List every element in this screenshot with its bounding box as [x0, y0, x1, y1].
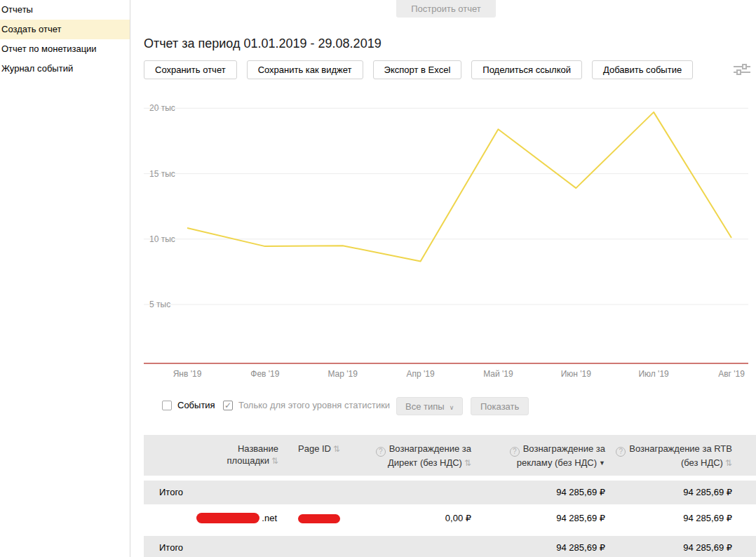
column-title: Page ID — [298, 443, 331, 454]
sliders-icon — [734, 64, 750, 75]
total-ads-value: 94 285,69 ₽ — [473, 487, 615, 497]
svg-text:15 тыс: 15 тыс — [149, 169, 175, 179]
save-widget-button[interactable]: Сохранить как виджет — [247, 60, 363, 79]
events-checkbox-label: События — [177, 400, 215, 410]
chevron-down-icon: ∨ — [450, 404, 454, 411]
column-header-rtb-revenue[interactable]: ?Вознаграждение за RTB (без НДС)⇅ — [615, 443, 756, 469]
svg-text:5 тыс: 5 тыс — [149, 300, 170, 309]
help-icon: ? — [510, 447, 520, 457]
chart-filters: События ✓ Только для этого уровня статис… — [144, 397, 748, 417]
svg-text:Фев '19: Фев '19 — [250, 369, 279, 379]
chart-area: 20 тыс15 тыс10 тыс5 тысЯнв '19Фев '19Мар… — [144, 98, 748, 379]
event-types-value: Все типы — [405, 401, 445, 412]
svg-text:Июн '19: Июн '19 — [561, 369, 592, 379]
save-report-button[interactable]: Сохранить отчет — [144, 60, 237, 79]
show-button[interactable]: Показать — [471, 397, 529, 415]
sort-icon: ⇅ — [725, 458, 732, 468]
site-ads-value: 94 285,69 ₽ — [473, 513, 615, 523]
table-row-site: .net 0,00 ₽ 94 285,69 ₽ 94 285,69 ₽ — [144, 504, 756, 532]
column-header-page-id[interactable]: Page ID⇅ — [284, 443, 347, 469]
event-types-dropdown[interactable]: Все типы∨ — [396, 397, 463, 415]
toolbar: Сохранить отчет Сохранить как виджет Экс… — [144, 60, 693, 79]
chart-settings-icon[interactable] — [734, 64, 750, 75]
svg-text:Авг '19: Авг '19 — [718, 369, 745, 379]
column-title: Название площадки — [227, 443, 278, 466]
svg-text:Май '19: Май '19 — [483, 369, 513, 379]
redaction-page-id — [298, 514, 340, 523]
table-row-total-top: Итого 94 285,69 ₽ 94 285,69 ₽ — [144, 481, 756, 504]
sidebar-item-reports[interactable]: Отчеты — [0, 0, 130, 20]
checkbox-unchecked-icon — [162, 401, 172, 410]
total-ads-value: 94 285,69 ₽ — [473, 542, 615, 553]
help-icon: ? — [616, 447, 626, 457]
help-icon: ? — [376, 447, 386, 457]
column-header-direct-revenue[interactable]: ?Вознаграждение за Директ (без НДС)⇅ — [347, 443, 473, 469]
build-report-button[interactable]: Построить отчет — [396, 0, 496, 18]
sort-icon: ⇅ — [333, 444, 340, 454]
sort-icon: ⇅ — [464, 458, 471, 468]
redaction-site-name — [196, 513, 259, 523]
add-event-button[interactable]: Добавить событие — [592, 60, 693, 79]
checkbox-checked-icon: ✓ — [223, 401, 233, 410]
total-rtb-value: 94 285,69 ₽ — [615, 487, 756, 497]
report-page: Отчеты Создать отчет Отчет по монетизаци… — [0, 0, 756, 557]
site-name-suffix: .net — [262, 513, 277, 523]
level-checkbox-label: Только для этого уровня статистики — [238, 400, 390, 410]
sort-icon: ⇅ — [271, 456, 278, 466]
page-id-cell — [284, 513, 347, 523]
svg-text:Мар '19: Мар '19 — [328, 369, 358, 379]
column-title: Вознаграждение за RTB (без НДС) — [629, 443, 732, 468]
sidebar: Отчеты Создать отчет Отчет по монетизаци… — [0, 0, 130, 557]
site-direct-value: 0,00 ₽ — [347, 513, 473, 523]
svg-text:Июл '19: Июл '19 — [638, 369, 669, 379]
share-link-button[interactable]: Поделиться ссылкой — [471, 60, 582, 79]
sidebar-item-create-report[interactable]: Создать отчет — [0, 20, 130, 39]
column-header-site-name[interactable]: Название площадки⇅ — [144, 443, 284, 469]
column-title: Вознаграждение за Директ (без НДС) — [388, 443, 471, 468]
sort-desc-icon: ▼ — [599, 459, 605, 467]
level-checkbox[interactable]: ✓ Только для этого уровня статистики — [223, 400, 390, 410]
site-name-cell: .net — [144, 513, 284, 523]
svg-text:Янв '19: Янв '19 — [173, 369, 202, 379]
svg-text:10 тыс: 10 тыс — [149, 234, 175, 244]
export-excel-button[interactable]: Экспорт в Excel — [373, 60, 462, 79]
column-header-ads-revenue[interactable]: ?Вознаграждение за рекламу (без НДС)▼ — [473, 443, 615, 469]
page-title: Отчет за период 01.01.2019 - 29.08.2019 — [144, 36, 382, 51]
revenue-line-chart: 20 тыс15 тыс10 тыс5 тысЯнв '19Фев '19Мар… — [144, 98, 748, 379]
total-label: Итого — [144, 487, 284, 497]
svg-text:20 тыс: 20 тыс — [149, 103, 175, 113]
report-table: Название площадки⇅ Page ID⇅ ?Вознагражде… — [144, 435, 756, 557]
sidebar-item-event-log[interactable]: Журнал событий — [0, 59, 130, 79]
column-title: Вознаграждение за рекламу (без НДС) — [517, 443, 605, 468]
site-rtb-value: 94 285,69 ₽ — [615, 513, 756, 523]
sidebar-item-monetization-report[interactable]: Отчет по монетизации — [0, 39, 130, 59]
total-label: Итого — [144, 542, 284, 553]
total-rtb-value: 94 285,69 ₽ — [615, 542, 756, 553]
svg-text:Апр '19: Апр '19 — [407, 369, 435, 379]
table-row-total-bottom: Итого 94 285,69 ₽ 94 285,69 ₽ — [144, 536, 756, 557]
events-checkbox[interactable]: События — [162, 400, 215, 410]
table-header-row: Название площадки⇅ Page ID⇅ ?Вознагражде… — [144, 435, 756, 476]
